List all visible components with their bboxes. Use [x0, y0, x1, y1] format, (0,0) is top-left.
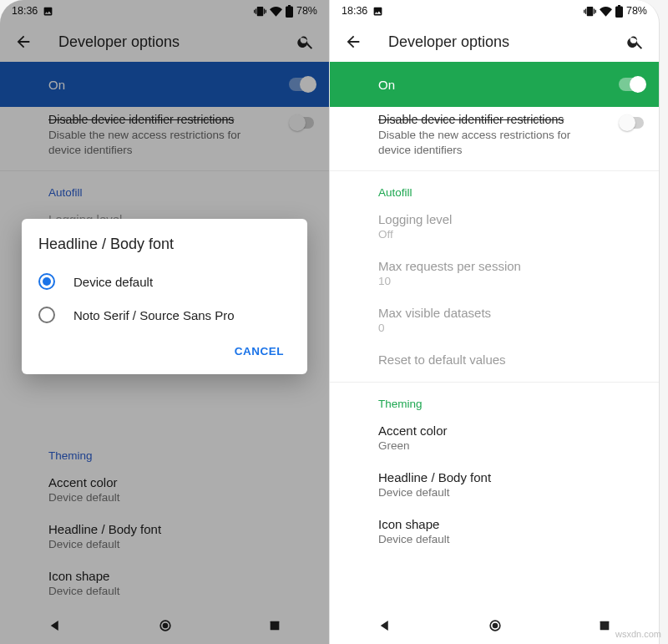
cancel-button[interactable]: CANCEL [228, 337, 291, 366]
section-autofill: Autofill [330, 171, 659, 204]
radio-icon-selected [38, 273, 55, 290]
setting-reset-defaults[interactable]: Reset to default values [330, 344, 659, 377]
setting-headline-body-font[interactable]: Headline / Body font Device default [330, 462, 659, 509]
setting-max-datasets[interactable]: Max visible datasets 0 [330, 297, 659, 344]
radio-icon-unselected [38, 307, 55, 323]
svg-rect-6 [600, 621, 610, 631]
nav-home[interactable] [487, 617, 504, 634]
nav-back[interactable] [377, 618, 392, 633]
app-bar: Developer options [330, 22, 659, 62]
svg-point-5 [493, 624, 497, 628]
status-bar: 18:36 78% [330, 0, 659, 22]
restriction-switch[interactable] [620, 117, 644, 129]
back-arrow-icon [344, 33, 362, 51]
dialog-title: Headline / Body font [38, 236, 291, 253]
section-theming: Theming [330, 383, 659, 415]
restriction-subtitle: Disable the new access restrictions for … [378, 128, 605, 158]
nav-home-icon [487, 617, 504, 634]
on-label: On [378, 78, 395, 92]
vibrate-icon [584, 5, 596, 18]
dev-options-master-toggle[interactable]: On [330, 62, 659, 107]
battery-icon [615, 5, 623, 18]
radio-noto-serif[interactable]: Noto Serif / Source Sans Pro [38, 298, 291, 332]
gallery-icon [372, 6, 383, 17]
search-icon [626, 33, 645, 51]
navigation-bar [330, 607, 659, 644]
back-button[interactable] [337, 25, 370, 58]
battery-pct: 78% [626, 5, 647, 17]
radio-device-default[interactable]: Device default [38, 265, 291, 298]
setting-disable-identifier-restrictions[interactable]: Disable device identifier restrictions D… [330, 107, 659, 171]
phone-left: 18:36 78% Developer options On [0, 0, 330, 644]
phone-right: 18:36 78% Developer options On [330, 0, 660, 644]
wifi-icon [600, 5, 612, 18]
restriction-title: Disable device identifier restrictions [378, 112, 605, 128]
watermark: wsxdn.com [615, 629, 661, 639]
font-dialog: Headline / Body font Device default Noto… [22, 219, 307, 374]
setting-logging-level[interactable]: Logging level Off [330, 204, 659, 251]
setting-icon-shape[interactable]: Icon shape Device default [330, 509, 659, 555]
master-switch-on[interactable] [619, 78, 644, 91]
setting-accent-color[interactable]: Accent color Green [330, 415, 659, 462]
nav-recents[interactable] [598, 619, 611, 632]
search-button[interactable] [619, 25, 652, 58]
setting-max-requests[interactable]: Max requests per session 10 [330, 251, 659, 297]
page-title: Developer options [388, 33, 619, 51]
status-time: 18:36 [342, 5, 367, 17]
nav-back-icon [377, 618, 392, 633]
nav-recents-icon [598, 619, 611, 632]
